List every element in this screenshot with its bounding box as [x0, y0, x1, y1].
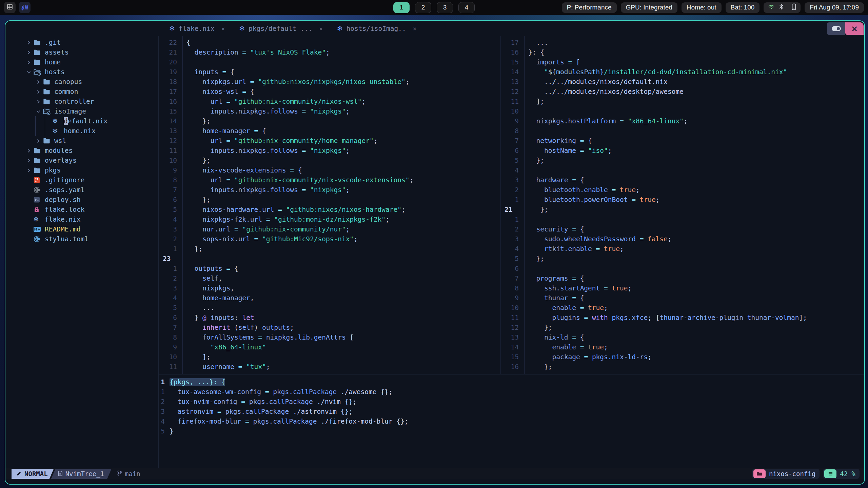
code-line[interactable]: 7 inputs.nixpkgs.follows = "nixpkgs"; [159, 185, 500, 195]
code-line[interactable]: 10 ]; [159, 352, 500, 362]
code-line[interactable]: 2 self, [159, 273, 500, 283]
code-line[interactable]: 7 networking = { [500, 136, 864, 146]
code-line[interactable]: 22{ [159, 38, 500, 47]
code-line[interactable]: 7 programs = { [500, 273, 864, 283]
code-line[interactable]: 14 enable = true; [500, 342, 864, 352]
code-line[interactable]: 2 security = { [500, 224, 864, 234]
code-line[interactable]: 12 ../../modules/nixos/desktop/awesome [500, 87, 864, 97]
code-line[interactable]: 1 bluetooth.powerOnBoot = true; [500, 195, 864, 205]
tree-item-flake-lock[interactable]: flake.lock [5, 205, 158, 215]
tree-item-hosts[interactable]: hosts [5, 67, 158, 77]
code-line[interactable]: 2 tux-nvim-config = pkgs.callPackage ./n… [159, 397, 864, 407]
app-launcher-button[interactable] [4, 2, 16, 13]
code-line[interactable]: 14 }; [159, 116, 500, 126]
code-line[interactable]: 17 nixos-wsl = { [159, 87, 500, 97]
code-line[interactable]: 1 tux-awesome-wm-config = pkgs.callPacka… [159, 387, 864, 397]
code-line[interactable]: 5} [159, 426, 864, 436]
code-line[interactable]: 16}: { [500, 47, 864, 57]
tree-item-assets[interactable]: assets [5, 47, 158, 57]
tree-item--gitignore[interactable]: .gitignore [5, 175, 158, 185]
tree-item-flake-nix[interactable]: ❄flake.nix [5, 215, 158, 224]
chevron-right-icon[interactable] [24, 168, 33, 172]
code-line[interactable]: 3 sudo.wheelNeedsPassword = false; [500, 234, 864, 244]
tab-hosts-isoimag-[interactable]: ❄hosts/isoImag..× [330, 24, 424, 33]
tree-item-isoimage[interactable]: isoImage [5, 106, 158, 116]
code-line[interactable]: 5 }; [500, 156, 864, 165]
clock[interactable]: Fri Aug 09, 17:09 [805, 2, 864, 13]
code-line[interactable]: 4 [500, 165, 864, 175]
code-line[interactable]: 11 inputs.nixpkgs.follows = "nixpkgs"; [159, 146, 500, 156]
code-line[interactable]: 17 ... [500, 38, 864, 47]
code-line[interactable]: 11 plugins = with pkgs.xfce; [thunar-arc… [500, 313, 864, 323]
code-line[interactable]: 4 firefox-mod-blur = pkgs.callPackage ./… [159, 416, 864, 426]
tab-close-icon[interactable]: × [413, 25, 417, 32]
code-line[interactable]: 10 [500, 106, 864, 116]
code-line[interactable]: 13 ../../modules/nixos/default.nix [500, 77, 864, 87]
tree-item-stylua-toml[interactable]: stylua.toml [5, 234, 158, 244]
code-line[interactable]: 1{pkgs, ...}: { [159, 377, 864, 387]
code-line[interactable]: 1 outputs = { [159, 264, 500, 273]
code-line[interactable]: 6 }; [159, 195, 500, 205]
code-line[interactable]: 11 ]; [500, 97, 864, 106]
code-line[interactable]: 6 } @ inputs: let [159, 313, 500, 323]
code-line[interactable]: 15 imports = [ [500, 57, 864, 67]
code-line[interactable]: 5 }; [500, 254, 864, 264]
code-line[interactable]: 6 [500, 264, 864, 273]
code-line[interactable]: 18 nixpkgs.url = "github:nixos/nixpkgs/n… [159, 77, 500, 87]
code-line[interactable]: 4 rtkit.enable = true; [500, 244, 864, 254]
chevron-down-icon[interactable] [34, 109, 43, 114]
code-line[interactable]: 8 forAllSystems = nixpkgs.lib.genAttrs [ [159, 332, 500, 342]
tree-item-readme-md[interactable]: README.md [5, 224, 158, 234]
tree-item-deploy-sh[interactable]: deploy.sh [5, 195, 158, 205]
tab-flake-nix[interactable]: ❄flake.nix× [162, 24, 232, 33]
code-line[interactable]: 3 astronvim = pkgs.callPackage ./astronv… [159, 407, 864, 416]
code-line[interactable]: 11 username = "tux"; [159, 362, 500, 372]
code-line[interactable]: 5 ... [159, 303, 500, 313]
close-button[interactable]: × [845, 22, 864, 35]
code-line[interactable]: 6 hostName = "iso"; [500, 146, 864, 156]
tree-item--sops-yaml[interactable]: .sops.yaml [5, 185, 158, 195]
code-line[interactable]: 8 [500, 126, 864, 136]
tree-item-modules[interactable]: modules [5, 146, 158, 156]
code-line[interactable]: 21 description = "tux's NixOS Flake"; [159, 47, 500, 57]
chevron-down-icon[interactable] [24, 70, 33, 74]
code-line[interactable]: 2 sops-nix.url = "github:Mic92/sops-nix"… [159, 234, 500, 244]
code-line[interactable]: 10 enable = true; [500, 303, 864, 313]
workspace-button-3[interactable]: 3 [437, 2, 453, 13]
phone-icon[interactable] [792, 3, 796, 12]
command-line[interactable] [5, 479, 864, 484]
tree-item-controller[interactable]: controller [5, 97, 158, 106]
chevron-right-icon[interactable] [34, 100, 43, 104]
pin-toggle-button[interactable] [827, 22, 845, 35]
chevron-right-icon[interactable] [34, 90, 43, 94]
code-line[interactable]: 16 }; [500, 362, 864, 372]
code-line[interactable]: 8 url = "github:nix-community/nix-vscode… [159, 175, 500, 185]
code-line[interactable]: 3 hardware = { [500, 175, 864, 185]
code-line[interactable]: 3 nixpkgs, [159, 283, 500, 293]
code-line[interactable]: 20 [159, 57, 500, 67]
workspace-button-2[interactable]: 2 [415, 2, 431, 13]
code-line[interactable]: 12 url = "github:nix-community/home-mana… [159, 136, 500, 146]
bluetooth-icon[interactable] [779, 3, 784, 12]
code-line[interactable]: 15 package = pkgs.nix-ld-rs; [500, 352, 864, 362]
code-line[interactable]: 15 inputs.nixpkgs.follows = "nixpkgs"; [159, 106, 500, 116]
code-line[interactable]: 10 }; [159, 156, 500, 165]
tree-item-default-nix[interactable]: ❄default.nix [5, 116, 158, 126]
code-line[interactable]: 16 url = "github:nix-community/nixos-wsl… [159, 97, 500, 106]
code-line[interactable]: 4 home-manager, [159, 293, 500, 303]
tree-item-common[interactable]: common [5, 87, 158, 97]
chevron-right-icon[interactable] [24, 50, 33, 55]
tab-pkgs-default-[interactable]: ❄pkgs/default ...× [232, 24, 330, 33]
chevron-right-icon[interactable] [24, 60, 33, 64]
code-line[interactable]: 13 nix-ld = { [500, 332, 864, 342]
code-line[interactable]: 23 [159, 254, 500, 264]
code-line[interactable]: 14 "${modulesPath}/installer/cd-dvd/inst… [500, 67, 864, 77]
tree-item-home-nix[interactable]: ❄home.nix [5, 126, 158, 136]
code-line[interactable]: 5 nixos-hardware.url = "github:nixos/nix… [159, 205, 500, 215]
code-line[interactable]: 7 inherit (self) outputs; [159, 323, 500, 332]
code-line[interactable]: 8 ssh.startAgent = true; [500, 283, 864, 293]
workspace-button-4[interactable]: 4 [458, 2, 475, 13]
tree-item--git[interactable]: .git [5, 38, 158, 47]
code-line[interactable]: 9 nix-vscode-extensions = { [159, 165, 500, 175]
runner-button[interactable]: $N [19, 2, 31, 13]
